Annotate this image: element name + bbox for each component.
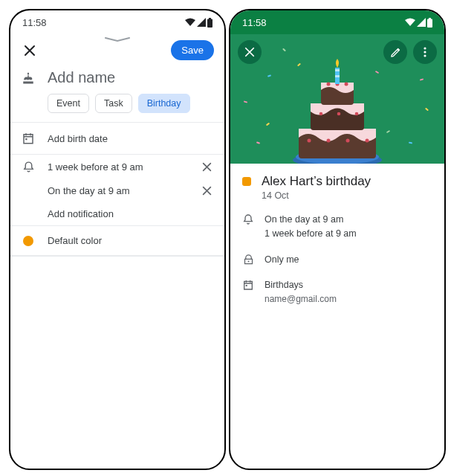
notification-2: 1 week before at 9 am	[265, 227, 357, 241]
notification-1-label: 1 week before at 9 am	[48, 161, 187, 173]
svg-point-10	[346, 139, 350, 143]
phone-view-birthday: 11:58	[229, 9, 446, 470]
battery-icon	[207, 18, 212, 28]
svg-rect-0	[207, 19, 212, 28]
svg-point-25	[424, 54, 426, 57]
battery-icon	[427, 18, 432, 28]
type-chips: Event Task Birthday	[10, 94, 224, 122]
event-title-row: Alex Hart’s birthday 14 Oct	[242, 174, 432, 201]
title-row[interactable]: Add name	[10, 65, 224, 94]
signal-icon	[417, 18, 426, 27]
status-time: 11:58	[22, 17, 47, 28]
status-icons	[185, 18, 212, 28]
drag-handle-icon	[105, 37, 130, 42]
pencil-icon	[390, 47, 401, 58]
svg-rect-4	[429, 18, 431, 19]
color-dot-icon	[242, 177, 251, 186]
svg-rect-21	[335, 69, 340, 71]
add-notification-label: Add notification	[48, 208, 214, 219]
close-icon	[244, 47, 255, 57]
calendar-icon	[21, 132, 36, 145]
add-notification-row[interactable]: Add notification	[10, 202, 224, 225]
close-button[interactable]	[238, 40, 262, 64]
chip-birthday[interactable]: Birthday	[138, 94, 190, 113]
notification-2-label: On the day at 9 am	[48, 185, 187, 196]
event-date: 14 Oct	[262, 190, 371, 201]
event-title: Alex Hart’s birthday	[262, 174, 371, 189]
wifi-icon	[185, 18, 195, 27]
signal-icon	[197, 18, 206, 27]
privacy-label: Only me	[265, 253, 299, 267]
birth-date-row[interactable]: Add birth date	[10, 123, 224, 154]
name-input[interactable]: Add name	[48, 69, 115, 86]
chip-task[interactable]: Task	[95, 94, 132, 113]
svg-rect-3	[427, 19, 432, 28]
svg-point-13	[319, 112, 323, 116]
event-body: Alex Hart’s birthday 14 Oct On the day a…	[230, 164, 444, 306]
svg-point-14	[337, 112, 341, 116]
close-icon	[202, 186, 212, 196]
color-row[interactable]: Default color	[10, 226, 224, 255]
notifications-row[interactable]: On the day at 9 am 1 week before at 9 am	[242, 201, 432, 241]
svg-rect-27	[246, 285, 247, 286]
chip-event[interactable]: Event	[48, 94, 89, 113]
svg-point-11	[366, 139, 369, 143]
hero-actions	[238, 40, 437, 64]
cake-icon	[21, 71, 36, 85]
phone-create-birthday: 11:58 Save Add name Event Task Birthday …	[9, 9, 226, 470]
notification-row-1[interactable]: 1 week before at 9 am	[10, 155, 224, 179]
svg-point-8	[308, 139, 311, 143]
svg-point-9	[327, 139, 331, 143]
more-vert-icon	[424, 47, 426, 57]
calendar-icon	[242, 279, 254, 291]
calendar-email: name@gmail.com	[265, 292, 337, 306]
birth-date-label: Add birth date	[48, 133, 214, 144]
save-button[interactable]: Save	[171, 40, 214, 60]
notification-1-remove[interactable]	[199, 162, 214, 172]
notification-1: On the day at 9 am	[265, 213, 357, 227]
color-label: Default color	[48, 235, 214, 246]
edit-button[interactable]	[383, 40, 407, 64]
bell-icon	[242, 213, 254, 225]
status-bar: 11:58	[10, 10, 224, 34]
svg-point-17	[327, 83, 331, 86]
lock-icon	[242, 254, 254, 266]
svg-point-19	[345, 83, 348, 86]
status-bar: 11:58	[230, 10, 444, 34]
calendar-row[interactable]: Birthdays name@gmail.com	[242, 266, 432, 306]
bell-icon	[21, 161, 36, 173]
cake-illustration	[285, 54, 389, 164]
hero-image	[230, 34, 444, 164]
section-date: Add birth date	[10, 122, 224, 154]
status-icons	[405, 18, 432, 28]
color-dot-icon	[21, 236, 36, 246]
notification-2-remove[interactable]	[199, 186, 214, 196]
notification-row-2[interactable]: On the day at 9 am	[10, 179, 224, 202]
svg-rect-22	[335, 75, 340, 77]
section-color: Default color	[10, 225, 224, 255]
close-button[interactable]	[21, 42, 39, 60]
wifi-icon	[405, 18, 415, 27]
svg-point-26	[247, 260, 249, 262]
close-icon	[202, 162, 212, 172]
status-time: 11:58	[242, 17, 267, 28]
svg-point-15	[355, 112, 359, 116]
calendar-name: Birthdays	[265, 278, 337, 292]
privacy-row[interactable]: Only me	[242, 241, 432, 267]
svg-point-23	[424, 47, 426, 49]
close-icon	[24, 45, 36, 57]
section-notifications: 1 week before at 9 am On the day at 9 am…	[10, 154, 224, 225]
svg-rect-2	[25, 138, 27, 140]
svg-rect-1	[209, 18, 211, 19]
more-button[interactable]	[413, 40, 437, 64]
svg-point-24	[424, 51, 426, 53]
